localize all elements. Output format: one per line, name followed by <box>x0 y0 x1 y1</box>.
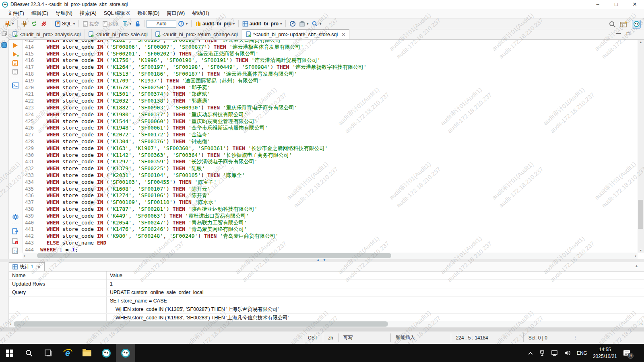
menu-item[interactable]: 帮助(H) <box>188 9 213 18</box>
code-line[interactable]: 433 WHEN store_code IN ('K2031', 'SF0010… <box>23 172 638 179</box>
code-line[interactable]: 435 WHEN store_code IN ('K1608', 'SF0010… <box>23 186 638 193</box>
menu-item[interactable]: 导航(N) <box>52 9 76 18</box>
dbeaver-taskbar-button-active[interactable] <box>116 344 135 362</box>
dbeaver-taskbar-button[interactable] <box>97 344 116 362</box>
code-line[interactable]: 431 WHEN store_code IN ('K1297', 'SF0035… <box>23 158 638 165</box>
editor-tab[interactable]: <audit_bi_pro> sale.sql <box>85 29 152 39</box>
scroll-right-icon[interactable]: › <box>635 253 636 258</box>
result-row[interactable]: QueryUPDATE custom_online_sale_order_loc… <box>9 288 644 297</box>
code-line[interactable]: 428 WHEN store_code IN ('K1304', 'SF0037… <box>23 138 638 145</box>
code-line[interactable]: 425 WHEN store_code IN ('K1544', 'SF0006… <box>23 118 638 125</box>
view-maximize-icon[interactable]: □ <box>627 31 630 36</box>
internet-explorer-button[interactable]: e <box>58 344 77 362</box>
taskbar-search-button[interactable] <box>19 344 39 362</box>
menu-item[interactable]: 编辑(E) <box>28 9 52 18</box>
code-line[interactable]: 429 WHEN store_code IN ('K163', 'K1907',… <box>23 145 638 152</box>
menu-item[interactable]: 文件(F) <box>4 9 28 18</box>
window-close-button[interactable]: ✕ <box>625 0 644 9</box>
start-button[interactable] <box>0 344 19 362</box>
horizontal-scroll-thumb[interactable] <box>14 321 388 327</box>
code-line[interactable]: 439 WHEN store_code IN ('K449', 'SF00063… <box>23 213 638 220</box>
database-search-button[interactable]: ▾ <box>310 20 323 28</box>
code-line[interactable]: 436 WHEN store_code IN ('K1274', 'SF0010… <box>23 192 638 199</box>
statistics-tab[interactable]: 统计 1 ✕ <box>9 262 45 271</box>
disconnect-button[interactable] <box>39 20 49 28</box>
splitter-arrows-icon[interactable]: ▲ ▼ <box>316 258 327 262</box>
user-avatar[interactable] <box>632 20 641 29</box>
code-line[interactable]: 422 WHEN store_code IN ('K2032', 'SF0013… <box>23 98 638 105</box>
tab-close-icon[interactable]: ✕ <box>37 264 41 270</box>
global-search-icon[interactable] <box>609 21 616 28</box>
code-line[interactable]: 426 WHEN store_code IN ('K1948', 'SF0006… <box>23 125 638 132</box>
taskbar-clock[interactable]: 14:55 2025/10/21 <box>593 346 617 359</box>
code-line[interactable]: 430 WHEN store_code IN ('K1142', 'SF0036… <box>23 152 638 159</box>
code-line[interactable]: 414 WHEN store_code IN ('SF00806', 'SF00… <box>23 44 638 51</box>
scroll-up-icon[interactable]: ▴ <box>638 40 644 44</box>
file-explorer-button[interactable] <box>77 344 97 362</box>
code-line[interactable]: 416 WHEN store_code IN ('K1756', 'K1996'… <box>23 57 638 64</box>
code-line[interactable]: 421 WHEN store_code IN ('K1501', 'SF0037… <box>23 91 638 98</box>
code-line[interactable]: 438 WHEN store_code IN ('K1787', 'SF0028… <box>23 206 638 213</box>
window-sash[interactable] <box>0 327 644 331</box>
language-indicator[interactable]: ENG <box>577 350 587 356</box>
editor-horizontal-scrollbar[interactable]: ‹ › <box>23 253 638 259</box>
code-line[interactable]: 423 WHEN store_code IN ('K1882', 'SF0090… <box>23 105 638 111</box>
result-row[interactable]: WHEN store_code IN ('K1305', 'SF00287') … <box>9 305 644 314</box>
result-row[interactable]: SET store_name = CASE <box>9 297 644 305</box>
status-overflow-dots[interactable]: ⋮ <box>573 335 578 340</box>
task-view-button[interactable] <box>39 344 58 362</box>
menu-item[interactable]: 搜索(A) <box>76 9 100 18</box>
tab-close-icon[interactable]: ✕ <box>341 32 345 37</box>
output-button[interactable]: ▾ <box>297 20 310 28</box>
perspective-icon[interactable] <box>620 21 628 28</box>
connect-button[interactable] <box>20 20 29 28</box>
scroll-left-icon[interactable]: ‹ <box>10 321 12 326</box>
panel-horizontal-scrollbar[interactable]: ‹ › <box>9 321 644 327</box>
editor-vertical-scrollbar[interactable]: ▴ ▾ <box>638 40 644 253</box>
code-line[interactable]: 417 WHEN store_code IN ('K1264', 'SF0019… <box>23 64 638 71</box>
vertical-scroll-thumb[interactable] <box>638 200 643 229</box>
commit-mode-combo[interactable]: Auto <box>147 20 176 28</box>
scroll-right-icon[interactable]: › <box>641 321 643 326</box>
code-line[interactable]: 413 WHEN store_code IN ('K162', 'SF00195… <box>23 40 638 44</box>
error-log-icon[interactable]: ! <box>12 238 19 245</box>
code-line[interactable]: 441 WHEN store_code IN ('K1476', 'SF0024… <box>23 226 638 233</box>
window-minimize-button[interactable]: – <box>588 0 607 9</box>
menu-item[interactable]: 数据库(D) <box>134 9 163 18</box>
code-line[interactable]: 444WHERE 1 = 1; <box>23 247 638 253</box>
settings-gear-icon[interactable] <box>12 214 19 220</box>
editor-tab[interactable]: <audit_bi_pro> return_change.sql <box>152 29 242 39</box>
horizontal-scroll-thumb[interactable] <box>37 253 391 258</box>
column-header-name[interactable]: Name <box>9 272 107 280</box>
editor-results-splitter[interactable]: ▲ ▼ <box>0 259 644 262</box>
scroll-down-icon[interactable]: ▾ <box>638 249 644 252</box>
reconnect-button[interactable] <box>29 20 39 28</box>
code-line[interactable]: 424 WHEN store_code IN ('K1980', 'SF0037… <box>23 111 638 118</box>
code-line[interactable]: 427 WHEN store_code IN ('K2072', 'SF0017… <box>23 132 638 138</box>
code-line[interactable]: 419 WHEN store_code IN ('K1709', 'K1937'… <box>23 78 638 84</box>
transaction-mode-button[interactable]: ▾ <box>120 20 133 28</box>
sql-editor-button[interactable]: SQL ▾ <box>53 20 76 28</box>
schema-selector-combo[interactable]: audit_bi_pro ▾ <box>241 20 283 28</box>
rollback-button[interactable]: 回滚 <box>101 20 120 28</box>
new-connection-button[interactable]: ▾ <box>2 20 15 28</box>
view-minimize-icon[interactable]: — <box>616 31 621 36</box>
menu-item[interactable]: 窗口(W) <box>163 9 188 18</box>
export-result-icon[interactable] <box>12 228 19 234</box>
usb-icon[interactable] <box>539 350 545 356</box>
panel-chevron-icon[interactable]: ▲ <box>635 264 638 268</box>
code-line[interactable]: 434 WHEN store_code IN ('SF00103', 'SF00… <box>23 179 638 186</box>
execute-query-icon[interactable] <box>12 42 19 49</box>
explain-plan-icon[interactable] <box>12 69 19 75</box>
code-line[interactable]: 415 WHEN store_code IN ('SF00201', 'SF00… <box>23 51 638 58</box>
open-sql-console-icon[interactable] <box>12 82 19 88</box>
code-line[interactable]: 437 WHEN store_code IN ('SF00109', 'SF00… <box>23 199 638 206</box>
column-header-value[interactable]: Value <box>107 273 122 278</box>
window-maximize-button[interactable]: □ <box>607 0 625 9</box>
action-center-button[interactable]: 9 <box>623 350 631 357</box>
execute-new-tab-icon[interactable] <box>12 51 19 58</box>
database-navigator-icon[interactable] <box>1 42 8 48</box>
commit-button[interactable]: 提交 <box>81 20 101 28</box>
transaction-log-button[interactable]: ▾ <box>176 20 189 28</box>
network-icon[interactable] <box>551 350 558 356</box>
